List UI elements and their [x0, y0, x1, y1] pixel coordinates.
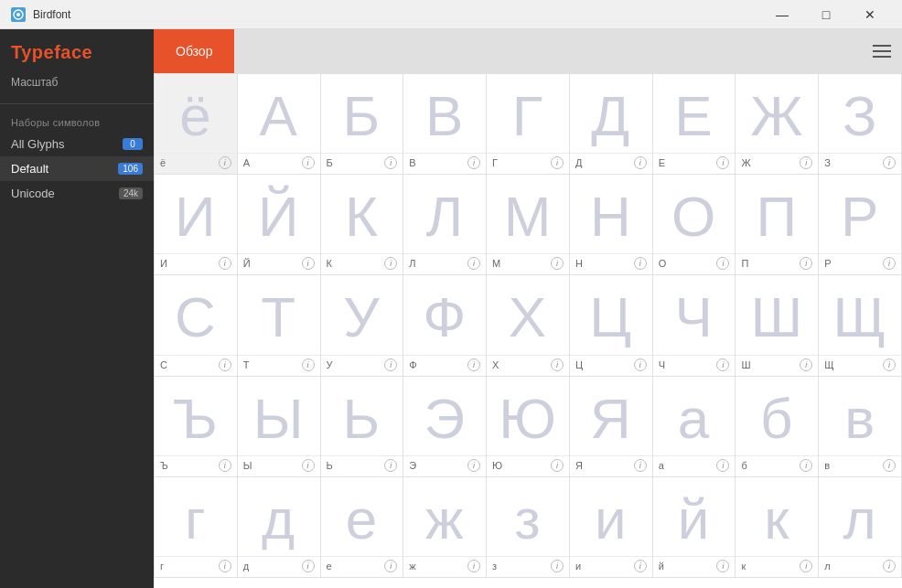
glyph-cell[interactable]: ФФi: [403, 275, 487, 376]
glyph-info-icon[interactable]: i: [219, 156, 231, 169]
glyph-info-icon[interactable]: i: [219, 459, 231, 472]
glyph-info-icon[interactable]: i: [716, 156, 729, 169]
glyph-cell[interactable]: ЙЙi: [238, 175, 321, 275]
glyph-info-icon[interactable]: i: [467, 358, 480, 371]
glyph-info-icon[interactable]: i: [219, 257, 231, 270]
glyph-cell[interactable]: РРi: [819, 175, 902, 275]
glyph-cell[interactable]: ккi: [736, 477, 819, 578]
glyph-cell[interactable]: ММi: [487, 175, 570, 275]
sidebar-item-unicode[interactable]: Unicode 24k: [0, 181, 154, 206]
glyph-cell[interactable]: ззi: [487, 477, 570, 578]
overview-tab[interactable]: Обзор: [154, 29, 234, 73]
glyph-info-icon[interactable]: i: [634, 560, 647, 572]
glyph-info-icon[interactable]: i: [219, 560, 231, 572]
glyph-info-icon[interactable]: i: [800, 156, 812, 169]
glyph-cell[interactable]: ГГi: [487, 74, 570, 175]
glyph-info-icon[interactable]: i: [302, 560, 315, 572]
glyph-cell[interactable]: ААi: [238, 74, 321, 175]
glyph-info-icon[interactable]: i: [634, 156, 647, 169]
glyph-info-icon[interactable]: i: [467, 257, 480, 270]
glyph-cell[interactable]: ЦЦi: [570, 275, 653, 376]
glyph-cell[interactable]: ЯЯi: [570, 377, 653, 477]
glyph-info-icon[interactable]: i: [883, 257, 896, 270]
glyph-cell[interactable]: ООi: [653, 175, 736, 275]
glyph-cell[interactable]: ДДi: [570, 74, 653, 175]
glyph-cell[interactable]: ЫЫi: [238, 377, 321, 477]
glyph-info-icon[interactable]: i: [384, 459, 397, 472]
glyph-info-icon[interactable]: i: [800, 257, 812, 270]
glyph-info-icon[interactable]: i: [384, 156, 397, 169]
minimize-button[interactable]: —: [761, 0, 803, 29]
glyph-info-icon[interactable]: i: [716, 257, 729, 270]
glyph-info-icon[interactable]: i: [551, 459, 564, 472]
menu-icon[interactable]: [873, 45, 891, 58]
glyph-info-icon[interactable]: i: [302, 358, 315, 371]
glyph-cell[interactable]: ВВi: [403, 74, 487, 175]
glyph-cell[interactable]: ииi: [570, 477, 653, 578]
glyph-cell[interactable]: ллi: [819, 477, 902, 578]
glyph-cell[interactable]: ааi: [653, 377, 736, 477]
glyph-cell[interactable]: ЭЭi: [403, 377, 487, 477]
glyph-cell[interactable]: ЬЬi: [321, 377, 404, 477]
glyph-cell[interactable]: ХХi: [487, 275, 570, 376]
glyph-info-icon[interactable]: i: [800, 560, 812, 572]
maximize-button[interactable]: □: [805, 0, 847, 29]
glyph-cell[interactable]: ЮЮi: [487, 377, 570, 477]
glyph-cell[interactable]: жжi: [403, 477, 487, 578]
glyph-info-icon[interactable]: i: [883, 156, 896, 169]
glyph-info-icon[interactable]: i: [716, 459, 729, 472]
glyph-cell[interactable]: ЖЖi: [736, 74, 819, 175]
glyph-cell[interactable]: ЧЧi: [653, 275, 736, 376]
glyph-cell[interactable]: ЛЛi: [403, 175, 487, 275]
glyph-info-icon[interactable]: i: [716, 358, 729, 371]
glyph-info-icon[interactable]: i: [634, 358, 647, 371]
glyph-cell[interactable]: ККi: [321, 175, 404, 275]
glyph-info-icon[interactable]: i: [467, 560, 480, 572]
glyph-info-icon[interactable]: i: [800, 358, 812, 371]
glyph-info-icon[interactable]: i: [219, 358, 231, 371]
glyph-cell[interactable]: ССi: [155, 275, 238, 376]
glyph-cell[interactable]: ННi: [570, 175, 653, 275]
glyph-cell[interactable]: ееi: [321, 477, 404, 578]
glyph-info-icon[interactable]: i: [634, 257, 647, 270]
glyph-info-icon[interactable]: i: [800, 459, 812, 472]
glyph-cell[interactable]: ЗЗi: [819, 74, 902, 175]
glyph-cell[interactable]: ИИi: [155, 175, 238, 275]
glyph-info-icon[interactable]: i: [551, 358, 564, 371]
glyph-cell[interactable]: ёёi: [155, 74, 238, 175]
glyph-info-icon[interactable]: i: [384, 358, 397, 371]
glyph-info-icon[interactable]: i: [467, 459, 480, 472]
glyph-info-icon[interactable]: i: [883, 358, 896, 371]
glyph-cell[interactable]: ЕЕi: [653, 74, 736, 175]
glyph-info-icon[interactable]: i: [551, 560, 564, 572]
glyph-cell[interactable]: ББi: [321, 74, 404, 175]
glyph-cell[interactable]: ггi: [155, 477, 238, 578]
glyph-cell[interactable]: ввi: [819, 377, 902, 477]
glyph-info-icon[interactable]: i: [716, 560, 729, 572]
glyph-cell[interactable]: ТТi: [238, 275, 321, 376]
glyph-cell[interactable]: ддi: [238, 477, 321, 578]
sidebar-item-all-glyphs[interactable]: All Glyphs 0: [0, 132, 154, 156]
glyph-character: л: [819, 477, 901, 556]
glyph-info-icon[interactable]: i: [883, 459, 896, 472]
glyph-info-icon[interactable]: i: [302, 257, 315, 270]
glyph-cell[interactable]: ППi: [736, 175, 819, 275]
glyph-info-icon[interactable]: i: [384, 257, 397, 270]
glyph-info-icon[interactable]: i: [551, 156, 564, 169]
glyph-info-icon[interactable]: i: [302, 459, 315, 472]
glyph-info-icon[interactable]: i: [634, 459, 647, 472]
glyph-info-icon[interactable]: i: [467, 156, 480, 169]
glyph-cell[interactable]: ббi: [736, 377, 819, 477]
sidebar-item-default[interactable]: Default 106: [0, 156, 154, 181]
glyph-cell[interactable]: ЪЪi: [155, 377, 238, 477]
glyph-cell[interactable]: ЩЩi: [819, 275, 902, 376]
glyph-info-icon[interactable]: i: [551, 257, 564, 270]
glyph-cell[interactable]: ййi: [653, 477, 736, 578]
close-button[interactable]: ✕: [849, 0, 891, 29]
glyph-info-icon[interactable]: i: [883, 560, 896, 572]
glyph-grid-container[interactable]: ёёiААiББiВВiГГiДДiЕЕiЖЖiЗЗiИИiЙЙiККiЛЛiМ…: [154, 73, 902, 588]
glyph-info-icon[interactable]: i: [302, 156, 315, 169]
glyph-cell[interactable]: ШШi: [736, 275, 819, 376]
glyph-info-icon[interactable]: i: [384, 560, 397, 572]
glyph-cell[interactable]: УУi: [321, 275, 404, 376]
